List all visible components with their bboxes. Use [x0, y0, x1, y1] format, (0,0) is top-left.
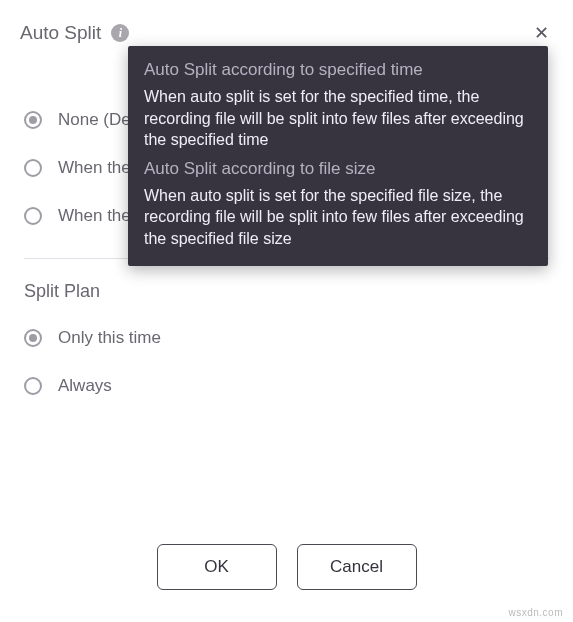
- dialog-title: Auto Split: [20, 22, 101, 44]
- radio-option-only-this-time[interactable]: Only this time: [24, 314, 549, 362]
- radio-icon: [24, 111, 42, 129]
- tooltip-text-size: When auto split is set for the specified…: [144, 185, 532, 250]
- tooltip-heading-size: Auto Split according to file size: [144, 159, 532, 179]
- info-tooltip: Auto Split according to specified time W…: [128, 46, 548, 266]
- radio-icon: [24, 377, 42, 395]
- ok-button[interactable]: OK: [157, 544, 277, 590]
- radio-label: When the: [58, 206, 131, 226]
- tooltip-text-time: When auto split is set for the specified…: [144, 86, 532, 151]
- close-icon[interactable]: ✕: [530, 18, 553, 48]
- dialog-buttons: OK Cancel: [0, 544, 573, 590]
- radio-icon: [24, 329, 42, 347]
- radio-label: Always: [58, 376, 112, 396]
- radio-label: Only this time: [58, 328, 161, 348]
- radio-icon: [24, 207, 42, 225]
- radio-icon: [24, 159, 42, 177]
- watermark: wsxdn.com: [508, 607, 563, 618]
- info-icon[interactable]: i: [111, 24, 129, 42]
- title-wrap: Auto Split i: [20, 22, 129, 44]
- cancel-button[interactable]: Cancel: [297, 544, 417, 590]
- radio-label: When the: [58, 158, 131, 178]
- split-plan-title: Split Plan: [24, 281, 549, 302]
- auto-split-dialog: Auto Split i ✕ None (Default) When the W…: [0, 0, 573, 622]
- radio-option-always[interactable]: Always: [24, 362, 549, 410]
- tooltip-heading-time: Auto Split according to specified time: [144, 60, 532, 80]
- split-plan-options: Only this time Always: [24, 314, 549, 410]
